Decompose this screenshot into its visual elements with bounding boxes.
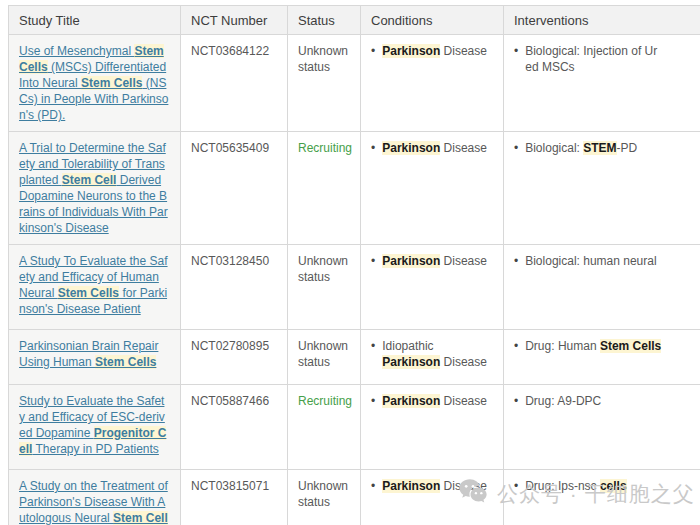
study-title-link[interactable]: Study to Evaluate the Safety and Efficac… (19, 394, 166, 456)
list-item-text: Drug: A9-DPC (525, 393, 601, 409)
list-item-text: Drug: Ips-nsc cells (525, 478, 626, 494)
list-item: •Drug: Human Stem Cells (514, 338, 700, 354)
table-row: Study to Evaluate the Safety and Efficac… (9, 385, 700, 470)
highlighted-term: Parkinson (382, 355, 440, 369)
text-segment: Idiopathic (382, 339, 433, 353)
text-segment: Disease (440, 141, 487, 155)
column-header-conditions: Conditions (361, 6, 504, 34)
bullet-icon: • (371, 393, 375, 409)
interventions-cell: •Drug: A9-DPC (504, 385, 700, 469)
text-segment: Drug: Human (525, 339, 600, 353)
status-cell: Recruiting (288, 132, 361, 244)
table-row: A Trial to Determine the Safety and Tole… (9, 132, 700, 245)
list-item: •Biological: Injection of Ur ed MSCs (514, 43, 700, 75)
list-item: •Idiopathic Parkinson Disease (371, 338, 493, 370)
status-cell: Recruiting (288, 385, 361, 469)
study-title-cell: Study to Evaluate the Safety and Efficac… (9, 385, 181, 469)
conditions-cell: •Parkinson Disease (361, 132, 504, 244)
status-cell: Unknown status (288, 35, 361, 131)
table-header-row: Study Title NCT Number Status Conditions… (9, 6, 700, 35)
study-title-cell: Use of Mesenchymal Stem Cells (MSCs) Dif… (9, 35, 181, 131)
study-title-link[interactable]: A Trial to Determine the Safety and Tole… (19, 141, 168, 235)
list-item-text: Parkinson Disease (382, 478, 487, 494)
bullet-icon: • (371, 478, 375, 494)
text-segment: Disease (440, 355, 487, 369)
nct-number-cell: NCT05635409 (181, 132, 288, 244)
list-item-text: Parkinson Disease (382, 393, 487, 409)
list-item-text: Parkinson Disease (382, 253, 487, 269)
highlighted-term: Parkinson (382, 254, 440, 268)
status-cell: Unknown status (288, 245, 361, 329)
list-item: •Parkinson Disease (371, 478, 493, 494)
status-cell: Unknown status (288, 330, 361, 384)
column-header-nct-number: NCT Number (181, 6, 288, 34)
list-item-text: Biological: STEM-PD (525, 140, 637, 156)
nct-number-cell: NCT03684122 (181, 35, 288, 131)
conditions-cell: •Parkinson Disease (361, 245, 504, 329)
highlighted-term: Stem Cell (62, 173, 117, 187)
list-item: •Parkinson Disease (371, 43, 493, 59)
nct-number-cell: NCT03815071 (181, 470, 288, 525)
list-item-text: Drug: Human Stem Cells (525, 338, 661, 354)
study-title-link[interactable]: Parkinsonian Brain Repair Using Human St… (19, 339, 158, 369)
bullet-icon: • (371, 338, 375, 354)
interventions-cell: •Biological: Injection of Ur ed MSCs (504, 35, 700, 131)
text-segment: Use of Mesenchymal (19, 44, 134, 58)
highlighted-term: STEM (583, 141, 616, 155)
text-segment: Disease (440, 479, 487, 493)
text-segment: Disease (440, 394, 487, 408)
text-segment: Therapy in PD Patients (32, 442, 159, 456)
bullet-icon: • (371, 140, 375, 156)
highlighted-term: Parkinson (382, 479, 440, 493)
status-badge: Recruiting (298, 394, 352, 408)
bullet-icon: • (371, 253, 375, 269)
list-item: •Parkinson Disease (371, 253, 493, 269)
column-header-study-title: Study Title (9, 6, 181, 34)
table-row: Parkinsonian Brain Repair Using Human St… (9, 330, 700, 385)
nct-number-cell: NCT03128450 (181, 245, 288, 329)
list-item-text: Biological: Injection of Ur ed MSCs (525, 43, 657, 75)
status-badge: Recruiting (298, 141, 352, 155)
highlighted-term: Stem Cells (95, 355, 156, 369)
highlighted-term: Stem Cells (58, 286, 119, 300)
bullet-icon: • (514, 43, 518, 59)
list-item: •Drug: A9-DPC (514, 393, 700, 409)
clinical-trials-page: Study Title NCT Number Status Conditions… (0, 0, 700, 525)
trials-table: Study Title NCT Number Status Conditions… (8, 5, 700, 525)
interventions-cell: •Drug: Ips-nsc cells (504, 470, 700, 525)
list-item-text: Parkinson Disease (382, 140, 487, 156)
status-badge: Unknown status (298, 254, 348, 284)
highlighted-term: cells (600, 479, 627, 493)
study-title-link[interactable]: Use of Mesenchymal Stem Cells (MSCs) Dif… (19, 44, 168, 122)
interventions-cell: •Biological: human neural (504, 245, 700, 329)
nct-number-cell: NCT05887466 (181, 385, 288, 469)
status-badge: Unknown status (298, 44, 348, 74)
study-title-cell: A Trial to Determine the Safety and Tole… (9, 132, 181, 244)
bullet-icon: • (514, 140, 518, 156)
table-row: Use of Mesenchymal Stem Cells (MSCs) Dif… (9, 35, 700, 132)
text-segment: Biological: Injection of Ur ed MSCs (525, 44, 657, 74)
list-item: •Biological: STEM-PD (514, 140, 700, 156)
status-badge: Unknown status (298, 479, 348, 509)
text-segment: Disease (440, 254, 487, 268)
study-title-link[interactable]: A Study on the Treatment of Parkinson's … (19, 479, 168, 525)
highlighted-term: Stem Cells (600, 339, 661, 353)
interventions-cell: •Biological: STEM-PD (504, 132, 700, 244)
highlighted-term: Parkinson (382, 394, 440, 408)
bullet-icon: • (371, 43, 375, 59)
list-item-text: Parkinson Disease (382, 43, 487, 59)
text-segment: Drug: Ips-nsc (525, 479, 600, 493)
table-row: A Study To Evaluate the Safety and Effic… (9, 245, 700, 330)
interventions-cell: •Drug: Human Stem Cells (504, 330, 700, 384)
table-row: A Study on the Treatment of Parkinson's … (9, 470, 700, 525)
nct-number-cell: NCT02780895 (181, 330, 288, 384)
list-item: •Biological: human neural (514, 253, 700, 269)
conditions-cell: •Idiopathic Parkinson Disease (361, 330, 504, 384)
bullet-icon: • (514, 393, 518, 409)
text-segment: Biological: (525, 141, 583, 155)
study-title-link[interactable]: A Study To Evaluate the Safety and Effic… (19, 254, 168, 316)
text-segment: Drug: A9-DPC (525, 394, 601, 408)
list-item-text: Idiopathic Parkinson Disease (382, 338, 493, 370)
column-header-interventions: Interventions (504, 6, 700, 34)
table-body: Use of Mesenchymal Stem Cells (MSCs) Dif… (9, 35, 700, 525)
